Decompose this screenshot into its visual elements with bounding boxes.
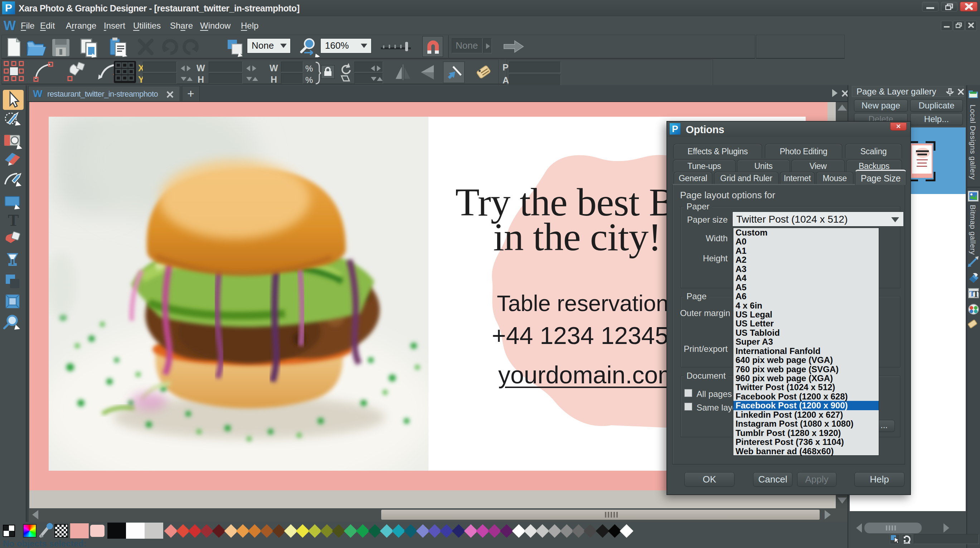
svg-text:T: T <box>973 289 979 299</box>
svg-text:T: T <box>8 211 19 229</box>
